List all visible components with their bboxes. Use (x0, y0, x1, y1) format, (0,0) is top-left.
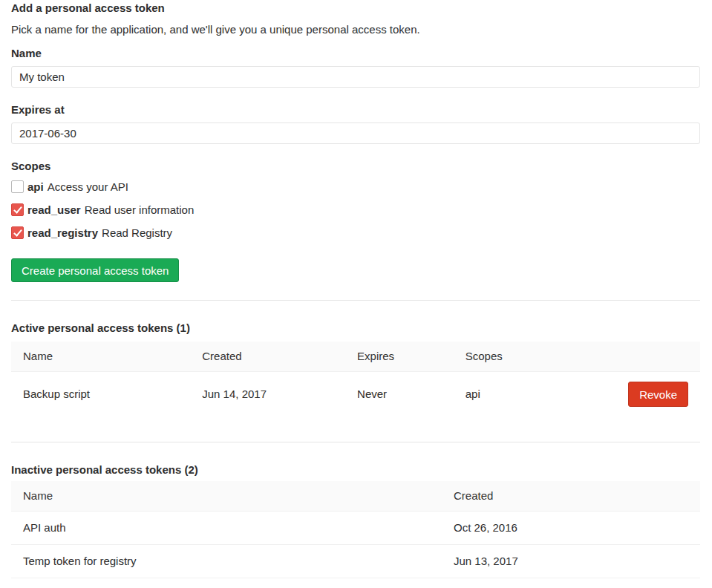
section-divider (11, 300, 700, 301)
scopes-label: Scopes (11, 159, 700, 174)
scope-name: read_registry (27, 226, 98, 241)
create-token-description: Pick a name for the application, and we'… (11, 22, 700, 37)
inactive-token-row: API auth Oct 26, 2016 (11, 512, 700, 545)
active-tokens-title: Active personal access tokens (1) (11, 321, 700, 336)
active-tokens-section: Active personal access tokens (1) Name C… (11, 321, 700, 416)
token-actions-cell: Revoke (589, 372, 700, 417)
token-name-input[interactable] (11, 66, 700, 88)
name-field-group: Name (11, 46, 700, 88)
scope-option-read-user[interactable]: read_user Read user information (11, 202, 700, 218)
column-header-name: Name (11, 342, 190, 372)
token-name: Backup script (11, 372, 190, 417)
expires-field-group: Expires at (11, 102, 700, 144)
scope-name: api (27, 180, 44, 195)
inactive-table-header-row: Name Created (11, 481, 700, 512)
column-header-created: Created (442, 481, 700, 512)
create-token-title: Add a personal access token (11, 1, 700, 16)
personal-access-tokens-page: Add a personal access token Pick a name … (11, 1, 700, 578)
token-created: Oct 26, 2016 (442, 512, 700, 545)
token-name: API auth (11, 512, 442, 545)
revoke-button[interactable]: Revoke (628, 382, 688, 407)
active-table-header-row: Name Created Expires Scopes (11, 342, 700, 372)
token-created: Jun 13, 2017 (442, 545, 700, 578)
create-token-button[interactable]: Create personal access token (11, 258, 179, 282)
column-header-created: Created (190, 342, 345, 372)
token-name: Temp token for registry (11, 545, 442, 578)
inactive-tokens-title: Inactive personal access tokens (2) (11, 463, 700, 477)
scope-description: Read user information (85, 203, 195, 218)
column-header-actions (589, 342, 700, 372)
inactive-tokens-table: Name Created API auth Oct 26, 2016 Temp … (11, 481, 700, 578)
expires-at-label: Expires at (11, 102, 700, 117)
active-token-row: Backup script Jun 14, 2017 Never api Rev… (11, 372, 700, 417)
read-user-checkbox[interactable] (11, 203, 24, 216)
column-header-name: Name (11, 481, 442, 512)
token-created: Jun 14, 2017 (190, 372, 345, 417)
column-header-scopes: Scopes (454, 342, 590, 372)
active-tokens-table: Name Created Expires Scopes Backup scrip… (11, 342, 700, 416)
scopes-group: Scopes api Access your API read_user Rea… (11, 159, 700, 241)
expires-at-input[interactable] (11, 122, 700, 144)
scope-option-api[interactable]: api Access your API (11, 179, 700, 195)
scope-name: read_user (27, 203, 81, 218)
create-token-section: Add a personal access token Pick a name … (11, 1, 700, 282)
read-registry-checkbox[interactable] (11, 226, 24, 239)
token-expires: Never (345, 372, 454, 417)
api-checkbox[interactable] (11, 180, 24, 193)
column-header-expires: Expires (345, 342, 454, 372)
token-scopes: api (454, 372, 590, 417)
section-divider (11, 442, 700, 442)
inactive-token-row: Temp token for registry Jun 13, 2017 (11, 545, 700, 578)
scope-description: Access your API (48, 180, 128, 195)
scope-option-read-registry[interactable]: read_registry Read Registry (11, 225, 700, 241)
inactive-tokens-section: Inactive personal access tokens (2) Name… (11, 463, 700, 578)
scope-description: Read Registry (102, 226, 172, 241)
name-label: Name (11, 46, 700, 61)
